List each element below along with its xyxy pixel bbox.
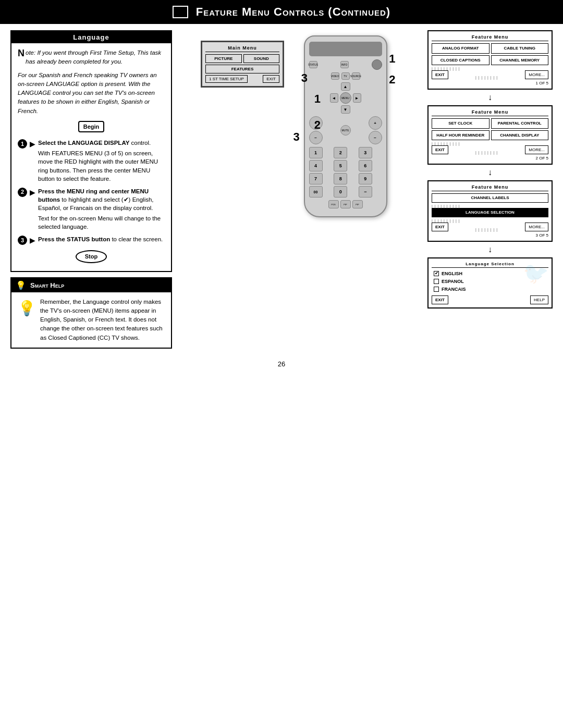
menu-2-row: EXIT | | | | | | | | MORE...	[432, 145, 548, 154]
half-hour-btn: HALF HOUR REMINDER	[432, 130, 489, 141]
language-section-body: N ote: If you went through First Time Se…	[11, 43, 171, 271]
remote-tv-btn[interactable]: TV	[341, 72, 350, 80]
position-btn[interactable]: POS	[328, 200, 339, 208]
pip-btn[interactable]: PIP	[340, 200, 351, 208]
tick-marks-3b: | | | | | | | | | |	[432, 219, 548, 223]
nav-right-btn[interactable]: ►	[353, 93, 361, 103]
note-body: ote: If you went through First Time Setu…	[26, 50, 161, 65]
menu-1-page: 1 OF 5	[432, 81, 548, 85]
francais-checkbox	[434, 287, 439, 292]
step-1-body: With FEATURES MENU (3 of 5) on screen, m…	[38, 149, 165, 182]
cable-tuning-btn: CABLE TUNING	[491, 43, 549, 54]
language-selection-screen: 🐦 Language Selection ✔ ENGLISH ESPANOL F…	[427, 257, 553, 309]
num-6-btn[interactable]: 6	[359, 160, 372, 171]
francais-option: FRANCAIS	[432, 286, 548, 293]
num-0-btn[interactable]: 0	[334, 186, 347, 198]
menu-2-page: 2 OF 5	[432, 156, 548, 161]
note-text: N ote: If you went through First Time Se…	[18, 48, 165, 67]
menu-3-more: MORE...	[525, 223, 548, 231]
ch-down-btn[interactable]: −	[369, 131, 382, 144]
step-2-content: Press the MENU ring and center MENU butt…	[38, 187, 165, 231]
float-num-2: 2	[389, 73, 395, 87]
remote-power-row: STATUS INFO	[309, 59, 382, 70]
step-2-arrow: ▶	[30, 187, 35, 198]
nav-down-btn[interactable]: ▼	[341, 105, 350, 114]
language-section-header: Language	[11, 31, 171, 43]
step-1-arrow: ▶	[30, 139, 35, 150]
main-menu-box: Main Menu PICTURE SOUND FEATURES 1 ST TI…	[201, 41, 284, 88]
mute-btn[interactable]: MUTE	[340, 125, 351, 135]
remote-feature-row: VIDEO TV SOURCE	[309, 72, 382, 80]
ch-up-btn[interactable]: +	[369, 116, 382, 130]
language-section: Language N ote: If you went through Firs…	[10, 30, 172, 272]
nav-left-btn[interactable]: ◄	[330, 93, 338, 103]
feature-menu-2-label: Feature Menu	[432, 109, 548, 116]
feature-menu-3-label: Feature Menu	[432, 184, 548, 191]
tick-marks-1: | | | | | | | | | |	[432, 67, 548, 70]
arrow-down-3: ↓	[427, 245, 553, 254]
num-8-btn[interactable]: 8	[334, 173, 347, 184]
channel-memory-btn: CHANNEL MEMORY	[491, 55, 549, 66]
ch-group: + −	[369, 116, 382, 144]
header-box	[173, 6, 188, 18]
tick-marks-3c: | | | | | | | |	[450, 228, 524, 231]
parental-control-btn: PARENTAL CONTROL	[491, 118, 549, 129]
step-3-title: Press the STATUS button	[38, 236, 110, 242]
step-1-num: 1	[18, 139, 27, 149]
main-menu-title: Main Menu	[205, 45, 279, 52]
page-title: Feature Menu Controls (Continued)	[196, 5, 390, 19]
remote-power-btn[interactable]	[372, 59, 382, 70]
nav-center-menu-btn[interactable]: MENU	[340, 92, 351, 104]
remote-ir-area	[309, 42, 382, 56]
vol-down-btn[interactable]: −	[309, 131, 323, 144]
num-3-btn[interactable]: 3	[359, 147, 372, 158]
note-n: N	[18, 48, 25, 58]
nav-up-btn[interactable]: ▲	[341, 82, 350, 91]
francais-label: FRANCAIS	[442, 287, 466, 292]
vol-up-btn[interactable]: +	[309, 116, 323, 130]
smart-help-section: 💡 Smart Help 💡 Remember, the Language co…	[10, 277, 172, 349]
main-menu-first-time: 1 ST TIME SETUP	[205, 75, 248, 83]
feature-menu-2: Feature Menu SET CLOCK PARENTAL CONTROL …	[427, 105, 553, 165]
num-dash-btn[interactable]: −	[359, 186, 372, 198]
main-menu-exit: EXIT	[263, 75, 279, 83]
num-2-btn[interactable]: 2	[334, 147, 347, 158]
step-3-num: 3	[18, 236, 27, 245]
remote-control: 1 2 3 STATUS INFO VIDEO TV	[304, 35, 387, 217]
left-panel: Language N ote: If you went through Firs…	[10, 30, 172, 349]
remote-info-btn[interactable]: INFO	[340, 61, 349, 68]
menu-3-row: EXIT | | | | | | | | MORE...	[432, 223, 548, 231]
remote-bottom-row: POS PIP PIP	[309, 200, 382, 208]
num-7-btn[interactable]: 7	[309, 173, 323, 184]
vol-ch-row: + − MUTE + −	[309, 116, 382, 144]
lang-select-row: EXIT HELP	[432, 295, 548, 304]
vol-group: + −	[309, 116, 323, 144]
pip2-btn[interactable]: PIP	[352, 200, 363, 208]
num-5-btn[interactable]: 5	[334, 160, 347, 171]
remote-source-btn[interactable]: SOURCE	[352, 72, 360, 80]
step-3: 3 ▶ Press the STATUS button to clear the…	[18, 235, 165, 246]
channel-labels-btn: CHANNEL LABELS	[432, 193, 548, 203]
step-1-content: Select the LANGUAGE DISPLAY control. Wit…	[38, 139, 165, 182]
page-header: Feature Menu Controls (Continued)	[0, 0, 563, 24]
remote-video-btn[interactable]: VIDEO	[331, 72, 339, 80]
smart-help-body: 💡 Remember, the Language control only ma…	[11, 292, 171, 348]
remote-status-btn[interactable]: STATUS	[309, 61, 317, 68]
page-number: 26	[0, 355, 563, 373]
feature-menu-1-label: Feature Menu	[432, 34, 548, 41]
main-content: Language N ote: If you went through Firs…	[0, 24, 563, 355]
tick-marks-1b: | | | | | | | |	[450, 76, 524, 79]
menu-1-row: EXIT | | | | | | | | MORE...	[432, 70, 548, 79]
num-00-btn[interactable]: 00	[309, 186, 323, 198]
feature-menu-3: Feature Menu CHANNEL LABELS | | | | | | …	[427, 180, 553, 241]
num-1-btn[interactable]: 1	[309, 147, 323, 158]
num-9-btn[interactable]: 9	[359, 173, 372, 184]
step-3-content: Press the STATUS button to clear the scr…	[38, 235, 163, 243]
menu-1-exit: EXIT	[432, 70, 448, 79]
right-panel: Feature Menu ANALOG FORMAT CABLE TUNING …	[427, 30, 553, 349]
menu-2-more: MORE...	[525, 145, 548, 154]
step-3-arrow: ▶	[30, 235, 35, 246]
smart-help-text: Remember, the Language control only make…	[40, 298, 165, 342]
tick-marks-3a: | | | | | | | | | |	[432, 204, 548, 208]
num-4-btn[interactable]: 4	[309, 160, 323, 171]
